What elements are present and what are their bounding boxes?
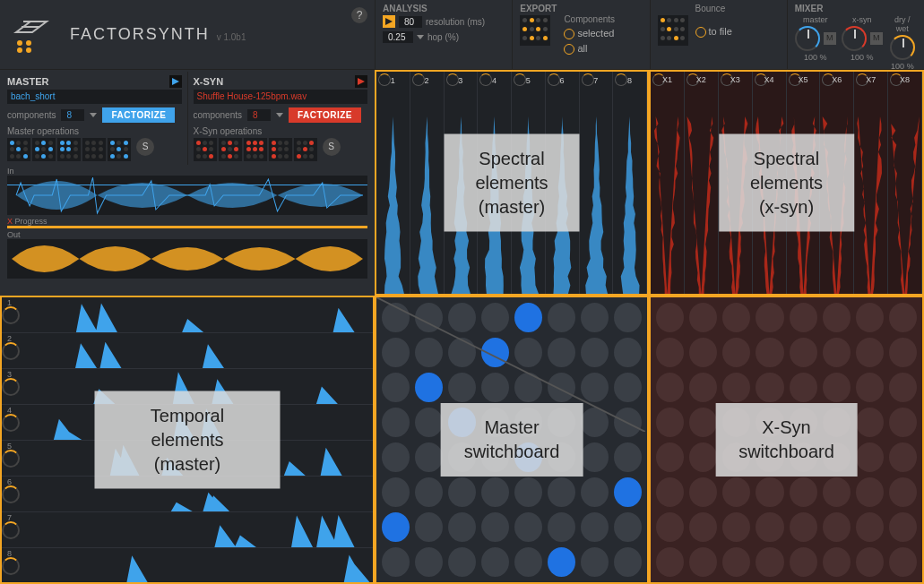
export-all-radio[interactable] — [564, 44, 574, 55]
switchboard-dot[interactable] — [548, 512, 575, 542]
switchboard-dot[interactable] — [790, 338, 817, 367]
master-comp-dropdown-icon[interactable] — [90, 113, 97, 117]
switchboard-dot[interactable] — [889, 408, 917, 437]
switchboard-dot[interactable] — [823, 512, 851, 542]
switchboard-dot[interactable] — [415, 512, 443, 542]
temporal-knob-icon[interactable] — [2, 378, 20, 396]
xsyn-op-1[interactable] — [194, 138, 217, 161]
switchboard-dot[interactable] — [856, 442, 884, 472]
switchboard-dot[interactable] — [514, 477, 542, 507]
temporal-knob-icon[interactable] — [2, 485, 20, 503]
master-op-4[interactable] — [82, 138, 106, 161]
switchboard-dot[interactable] — [756, 303, 783, 332]
spectral-master-col-8[interactable]: 8 — [613, 72, 647, 294]
switchboard-dot[interactable] — [481, 547, 509, 577]
temporal-row-8[interactable]: 8 — [2, 548, 373, 584]
switchboard-dot[interactable] — [481, 477, 509, 507]
spectral-master-panel[interactable]: 12345678Spectral elements (master) — [375, 70, 649, 296]
switchboard-dot[interactable] — [581, 512, 609, 542]
switchboard-dot[interactable] — [756, 547, 783, 577]
master-play-icon[interactable] — [169, 75, 182, 88]
temporal-master-panel[interactable]: 12345678Temporal elements (master) — [0, 296, 375, 584]
xsyn-factorize-button[interactable]: FACTORIZE — [289, 107, 361, 123]
switchboard-dot[interactable] — [756, 512, 783, 542]
temporal-row-2[interactable]: 2 — [2, 333, 373, 369]
switchboard-dot[interactable] — [448, 547, 476, 577]
switchboard-dot[interactable] — [548, 547, 575, 577]
switchboard-dot[interactable] — [790, 547, 817, 577]
master-op-5[interactable] — [108, 138, 131, 161]
switchboard-dot[interactable] — [823, 303, 851, 332]
export-selected-radio[interactable] — [564, 29, 574, 39]
switchboard-dot[interactable] — [756, 373, 783, 402]
switchboard-dot[interactable] — [656, 303, 684, 332]
switchboard-dot[interactable] — [689, 408, 717, 437]
xsyn-comp-dropdown-icon[interactable] — [276, 113, 283, 117]
switchboard-dot[interactable] — [382, 442, 410, 472]
master-comp-value[interactable]: 8 — [61, 109, 84, 121]
switchboard-dot[interactable] — [856, 477, 884, 507]
switchboard-dot[interactable] — [548, 477, 575, 507]
switchboard-dot[interactable] — [889, 442, 917, 472]
mixer-drywet-knob[interactable] — [890, 35, 915, 60]
progress-bar[interactable] — [7, 226, 367, 228]
switchboard-dot[interactable] — [856, 547, 884, 577]
switchboard-dot[interactable] — [514, 547, 542, 577]
temporal-knob-icon[interactable] — [2, 450, 20, 468]
help-icon[interactable]: ? — [351, 7, 367, 23]
switchboard-dot[interactable] — [689, 373, 717, 402]
switchboard-dot[interactable] — [415, 477, 443, 507]
switchboard-dot[interactable] — [656, 512, 684, 542]
xsyn-comp-value[interactable]: 8 — [247, 109, 271, 121]
master-op-1[interactable] — [7, 138, 30, 161]
switchboard-dot[interactable] — [689, 338, 717, 367]
switchboard-dot[interactable] — [722, 338, 750, 367]
switchboard-dot[interactable] — [889, 303, 917, 332]
switchboard-dot[interactable] — [656, 442, 684, 472]
master-switchboard[interactable]: Master switchboard — [375, 296, 649, 584]
bounce-tofile-radio[interactable] — [695, 27, 706, 38]
switchboard-dot[interactable] — [790, 512, 817, 542]
temporal-row-7[interactable]: 7 — [2, 512, 373, 548]
resolution-value[interactable]: 80 — [399, 16, 422, 28]
switchboard-dot[interactable] — [581, 442, 609, 472]
switchboard-dot[interactable] — [656, 547, 684, 577]
switchboard-dot[interactable] — [856, 373, 884, 402]
switchboard-dot[interactable] — [382, 547, 410, 577]
switchboard-dot[interactable] — [823, 373, 851, 402]
master-op-3[interactable] — [57, 138, 81, 161]
switchboard-dot[interactable] — [856, 408, 884, 437]
xsyn-switchboard[interactable]: X-Syn switchboard — [649, 296, 924, 584]
switchboard-dot[interactable] — [889, 477, 917, 507]
switchboard-dot[interactable] — [790, 477, 817, 507]
switchboard-dot[interactable] — [514, 512, 542, 542]
switchboard-dot[interactable] — [689, 477, 717, 507]
switchboard-dot[interactable] — [656, 338, 684, 367]
xsyn-file-input[interactable]: Shuffle House-125bpm.wav — [194, 90, 368, 104]
switchboard-dot[interactable] — [656, 373, 684, 402]
spectral-xsyn-col-7[interactable]: X7 — [854, 72, 888, 294]
master-op-2[interactable] — [32, 138, 56, 161]
spectral-xsyn-col-2[interactable]: X2 — [685, 72, 719, 294]
spectral-xsyn-col-1[interactable]: X1 — [651, 72, 685, 294]
switchboard-dot[interactable] — [756, 338, 783, 367]
switchboard-dot[interactable] — [415, 547, 443, 577]
switchboard-dot[interactable] — [656, 477, 684, 507]
switchboard-dot[interactable] — [889, 547, 917, 577]
switchboard-dot[interactable] — [689, 303, 717, 332]
switchboard-dot[interactable] — [448, 512, 476, 542]
switchboard-dot[interactable] — [382, 512, 410, 542]
mixer-xsyn-mute[interactable]: M — [870, 32, 883, 45]
switchboard-dot[interactable] — [722, 512, 750, 542]
switchboard-dot[interactable] — [889, 373, 917, 402]
mixer-master-knob[interactable] — [795, 26, 820, 51]
switchboard-dot[interactable] — [448, 477, 476, 507]
switchboard-dot[interactable] — [823, 338, 851, 367]
switchboard-dot[interactable] — [614, 442, 642, 472]
bounce-icon[interactable] — [658, 15, 688, 46]
switchboard-dot[interactable] — [722, 303, 750, 332]
temporal-knob-icon[interactable] — [2, 342, 20, 360]
spectral-master-col-1[interactable]: 1 — [376, 72, 410, 294]
xsyn-op-5[interactable] — [294, 138, 317, 161]
wave-out-display[interactable] — [7, 239, 367, 279]
